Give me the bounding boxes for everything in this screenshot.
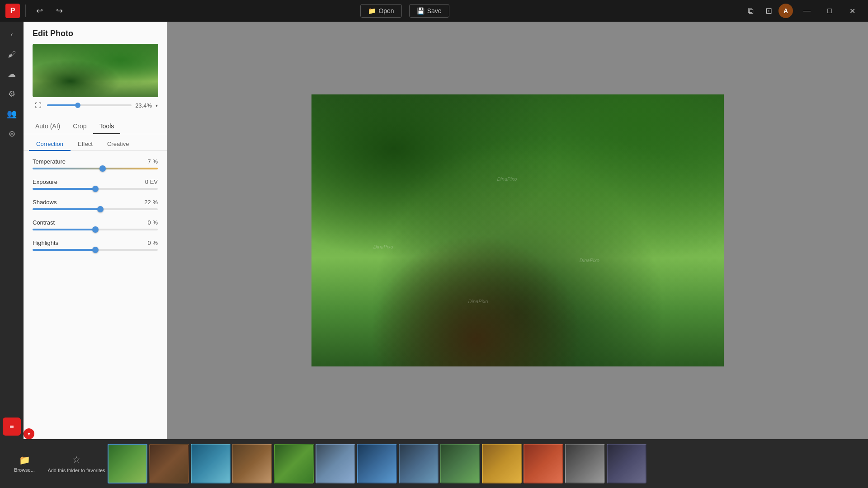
fit-to-window-button[interactable]: ⛶ <box>33 100 43 111</box>
watermark-2: DinaPixo <box>373 244 393 249</box>
view-toggle-button[interactable]: ⧉ <box>742 3 759 19</box>
filmstrip-thumbnail-10[interactable] <box>482 444 522 483</box>
main-layout: ‹ 🖌 ☁ ⚙ 👥 ⊛ ≡ Edit Photo ⛶ 23.4% ▾ <box>0 22 868 439</box>
titlebar-divider <box>25 5 26 17</box>
close-button[interactable]: ✕ <box>842 0 863 22</box>
icon-sidebar: ‹ 🖌 ☁ ⚙ 👥 ⊛ ≡ <box>0 22 24 439</box>
temperature-track[interactable] <box>33 168 158 169</box>
add-favorites-button[interactable]: ☆ Add this folder to favorites <box>47 444 106 483</box>
shadows-track[interactable] <box>33 208 158 210</box>
sub-tab-effect[interactable]: Effect <box>71 138 100 151</box>
filmstrip-thumbnail-6[interactable] <box>316 444 355 483</box>
contrast-thumb <box>92 226 99 233</box>
exposure-value: 0 EV <box>145 178 158 185</box>
shadows-label: Shadows <box>33 199 57 206</box>
sliders-active-button[interactable]: ≡ <box>3 418 21 436</box>
filmstrip-thumbnail-4[interactable] <box>232 444 272 483</box>
zoom-dropdown-icon[interactable]: ▾ <box>156 103 158 108</box>
filmstrip-thumbnail-5[interactable] <box>274 444 314 483</box>
redo-button[interactable]: ↪ <box>51 3 67 19</box>
tab-auto-ai[interactable]: Auto (AI) <box>29 119 66 134</box>
zoom-thumb <box>75 103 80 108</box>
highlights-thumb <box>92 247 99 253</box>
contrast-fill <box>33 229 95 230</box>
contrast-slider-row: Contrast 0 % <box>33 219 158 230</box>
favorites-label: Add this folder to favorites <box>47 467 105 474</box>
main-image: DinaPixo DinaPixo DinaPixo DinaPixo <box>311 94 724 366</box>
exposure-label: Exposure <box>33 178 57 185</box>
minimize-button[interactable]: — <box>797 0 817 22</box>
edit-panel: Edit Photo ⛶ 23.4% ▾ Auto (AI) Crop Tool… <box>24 22 167 439</box>
shadows-slider-row: Shadows 22 % <box>33 199 158 210</box>
browse-button[interactable]: 📁 Browse... <box>4 444 45 483</box>
contrast-value: 0 % <box>148 219 158 226</box>
exposure-fill <box>33 188 95 190</box>
titlebar-right: ⧉ ⊡ A — □ ✕ <box>742 0 863 22</box>
watermark-1: DinaPixo <box>497 176 517 182</box>
temperature-value: 7 % <box>148 158 158 165</box>
highlights-slider-row: Highlights 0 % <box>33 239 158 251</box>
canvas-area: DinaPixo DinaPixo DinaPixo DinaPixo <box>167 22 868 439</box>
save-button[interactable]: 💾 Save <box>409 4 449 18</box>
browse-label: Browse... <box>14 467 35 473</box>
zoom-value: 23.4% <box>135 102 152 109</box>
shadows-value: 22 % <box>144 199 158 206</box>
filmstrip-thumbnail-9[interactable] <box>440 444 480 483</box>
zoom-slider[interactable] <box>47 104 132 106</box>
titlebar: P ↩ ↪ 📁 Open 💾 Save ⧉ ⊡ A — □ ✕ <box>0 0 868 22</box>
filmstrip-thumbnail-12[interactable] <box>565 444 605 483</box>
settings-button[interactable]: ⚙ <box>3 85 21 103</box>
contrast-track[interactable] <box>33 229 158 230</box>
highlights-value: 0 % <box>148 239 158 246</box>
edit-panel-title: Edit Photo <box>24 22 167 42</box>
app-logo: P <box>5 4 20 18</box>
avatar[interactable]: A <box>778 4 793 18</box>
zoom-track <box>47 104 76 106</box>
filmstrip-thumbnail-1[interactable] <box>108 444 147 483</box>
brush-tool-button[interactable]: 🖌 <box>3 45 21 63</box>
people-button[interactable]: 👥 <box>3 105 21 123</box>
undo-button[interactable]: ↩ <box>31 3 47 19</box>
sliders-area: Temperature 7 % Exposure 0 EV <box>24 151 167 439</box>
filmstrip-thumbnail-7[interactable] <box>357 444 397 483</box>
temperature-slider-row: Temperature 7 % <box>33 158 158 169</box>
folder-icon: 📁 <box>368 7 376 14</box>
contrast-label-row: Contrast 0 % <box>33 219 158 226</box>
cloud-button[interactable]: ☁ <box>3 65 21 83</box>
sidebar-collapse-button[interactable]: ‹ <box>3 25 21 43</box>
sub-tabs: Correction Effect Creative <box>24 134 167 151</box>
exposure-slider-row: Exposure 0 EV <box>33 178 158 190</box>
exposure-thumb <box>92 186 99 192</box>
preview-image <box>33 44 158 97</box>
exposure-track[interactable] <box>33 188 158 190</box>
highlights-label: Highlights <box>33 239 58 246</box>
temperature-label-row: Temperature 7 % <box>33 158 158 165</box>
filmstrip-thumbnail-8[interactable] <box>399 444 439 483</box>
contrast-label: Contrast <box>33 219 55 226</box>
sub-tab-creative[interactable]: Creative <box>100 138 136 151</box>
fullscreen-button[interactable]: ⊡ <box>760 3 777 19</box>
titlebar-center: 📁 Open 💾 Save <box>71 4 739 18</box>
highlights-track[interactable] <box>33 249 158 251</box>
temperature-label: Temperature <box>33 158 66 165</box>
sub-tab-correction[interactable]: Correction <box>29 138 71 151</box>
maximize-button[interactable]: □ <box>819 0 840 22</box>
temperature-thumb <box>99 165 106 172</box>
filmstrip-thumbnail-11[interactable] <box>524 444 563 483</box>
main-tabs: Auto (AI) Crop Tools <box>24 119 167 134</box>
highlights-fill <box>33 249 95 251</box>
filmstrip-thumbnail-2[interactable] <box>149 444 189 483</box>
exposure-label-row: Exposure 0 EV <box>33 178 158 185</box>
browse-folder-icon: 📁 <box>19 455 30 465</box>
shadows-label-row: Shadows 22 % <box>33 199 158 206</box>
shadows-fill <box>33 208 100 210</box>
filmstrip-thumbnail-13[interactable] <box>607 444 646 483</box>
filmstrip-toggle-button[interactable]: ▾ <box>24 428 34 439</box>
watermark-3: DinaPixo <box>580 258 599 263</box>
tab-tools[interactable]: Tools <box>93 119 121 134</box>
tab-crop[interactable]: Crop <box>66 119 93 134</box>
filmstrip-thumbnail-3[interactable] <box>191 444 231 483</box>
group-button[interactable]: ⊛ <box>3 125 21 143</box>
open-button[interactable]: 📁 Open <box>360 4 401 18</box>
filmstrip: 📁 Browse... ☆ Add this folder to favorit… <box>0 439 868 488</box>
